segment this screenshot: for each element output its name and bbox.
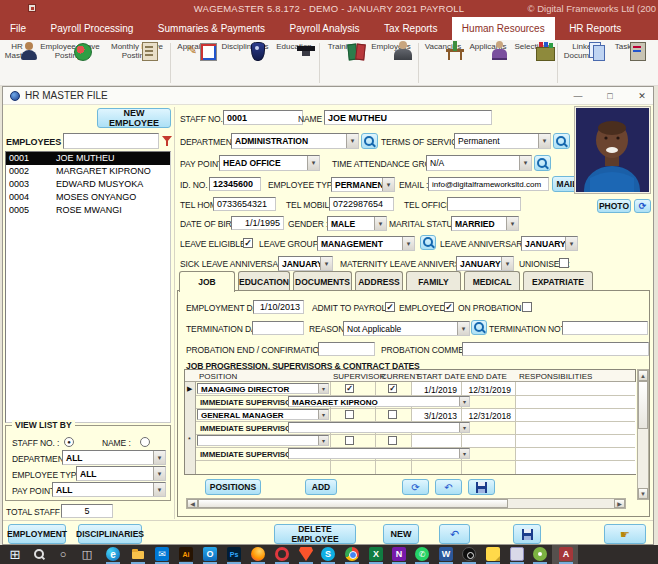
toolbar-hr-master-button[interactable]: HR Master	[0, 40, 34, 86]
mail-icon[interactable]: ✉	[155, 547, 169, 561]
department-select[interactable]: ADMINISTRATION	[231, 133, 359, 149]
save-button[interactable]	[513, 524, 541, 544]
probation-comments-field[interactable]	[462, 342, 649, 356]
dropdown-arrow-icon[interactable]	[318, 410, 328, 419]
view-by-name-radio[interactable]	[140, 437, 150, 447]
terms-search-button[interactable]	[553, 133, 570, 149]
toolbar-disciplinaries-button[interactable]: Disciplinaries	[219, 40, 271, 86]
terms-of-service-select[interactable]: Permanent	[454, 133, 551, 149]
dropdown-arrow-icon[interactable]	[459, 423, 469, 432]
date-of-birth-field[interactable]: 1/1/1995	[231, 216, 284, 230]
cortana-icon[interactable]: ○	[56, 547, 70, 561]
gender-select[interactable]: MALE	[327, 216, 387, 231]
positions-button[interactable]: POSITIONS	[205, 479, 261, 495]
access-icon[interactable]: A	[559, 547, 573, 561]
tab-documents[interactable]: DOCUMENTS	[293, 271, 352, 291]
dropdown-arrow-icon[interactable]	[318, 384, 328, 393]
menu-payroll-processing[interactable]: Payroll Processing	[41, 17, 144, 40]
dropdown-arrow-icon[interactable]	[307, 156, 319, 170]
start-icon[interactable]: ⊞	[8, 547, 22, 561]
dropdown-arrow-icon[interactable]	[565, 237, 577, 250]
dropdown-arrow-icon[interactable]	[320, 257, 332, 270]
employee-list-item[interactable]: 0003EDWARD MUSYOKA	[6, 178, 170, 191]
filter-department-select[interactable]: ALL	[62, 450, 166, 465]
position-select-row1[interactable]: MANAGING DIRECTOR	[197, 383, 329, 394]
dropdown-arrow-icon[interactable]	[519, 156, 531, 170]
edge-icon[interactable]: e	[106, 547, 120, 561]
menu-tax-reports[interactable]: Tax Reports	[374, 17, 447, 40]
position-select-row3[interactable]	[197, 435, 329, 446]
scroll-down-button[interactable]: ▼	[638, 488, 648, 499]
pay-point-select[interactable]: HEAD OFFICE	[219, 155, 320, 171]
toolbar-employees-button[interactable]: Employees	[366, 40, 416, 86]
word-icon[interactable]: W	[439, 547, 453, 561]
employee-list-item[interactable]: 0005ROSE MWANGI	[6, 204, 170, 217]
menu-summaries-payments[interactable]: Summaries & Payments	[148, 17, 275, 40]
tel-home-field[interactable]: 0733654321	[213, 197, 276, 211]
menu-hr-reports[interactable]: HR Reports	[559, 17, 631, 40]
delete-employee-button[interactable]: DELETE EMPLOYEE	[274, 524, 356, 544]
probation-end-field[interactable]	[318, 342, 375, 356]
leave-anniversary-select[interactable]: JANUARY	[521, 236, 578, 251]
tab-family[interactable]: FAMILY	[406, 271, 461, 291]
dropdown-arrow-icon[interactable]	[538, 134, 550, 148]
dropdown-arrow-icon[interactable]	[346, 134, 358, 148]
toolbar-appraisals-button[interactable]: Appraisals	[173, 40, 219, 86]
picasa-icon[interactable]	[533, 547, 547, 561]
skype-icon[interactable]: S	[321, 547, 335, 561]
dropdown-arrow-icon[interactable]	[501, 257, 513, 270]
whatsapp-icon[interactable]: ✆	[415, 547, 429, 561]
opera-icon[interactable]	[275, 547, 289, 561]
clear-filter-icon[interactable]	[161, 135, 173, 147]
current-checkbox-row1[interactable]: ✓	[388, 384, 397, 393]
grid-vertical-scrollbar[interactable]: ▲ ▼	[637, 369, 649, 500]
dropdown-arrow-icon[interactable]	[506, 217, 518, 230]
chrome-icon[interactable]	[345, 547, 359, 561]
time-group-search-button[interactable]	[534, 155, 551, 171]
reason-select[interactable]: Not Applicable	[343, 321, 470, 336]
employee-list-item[interactable]: 0002MARGARET KIPRONO	[6, 165, 170, 178]
supervisor-checkbox-row1[interactable]: ✓	[345, 384, 354, 393]
scroll-left-button[interactable]: ◀	[187, 499, 198, 508]
dropdown-arrow-icon[interactable]	[374, 217, 386, 230]
excel-icon[interactable]: X	[369, 547, 383, 561]
toolbar-education-button[interactable]: Education	[271, 40, 317, 86]
add-button[interactable]: ADD	[305, 479, 337, 495]
menu-human-resources[interactable]: Human Resources	[452, 17, 555, 40]
firefox-icon[interactable]	[251, 547, 265, 561]
leave-eligible-checkbox[interactable]: ✓	[243, 238, 253, 248]
employee-type-select[interactable]: PERMANENT	[331, 177, 395, 192]
photo-refresh-button[interactable]: ⟳	[634, 199, 651, 213]
menu-payroll-analysis[interactable]: Payroll Analysis	[280, 17, 370, 40]
disciplinaries-button[interactable]: DISCIPLINARIES	[78, 524, 142, 544]
tab-job[interactable]: JOB	[179, 271, 235, 292]
current-checkbox-row3[interactable]	[388, 436, 397, 445]
new-button[interactable]: NEW	[383, 524, 419, 544]
search-icon[interactable]	[32, 547, 46, 561]
tab-expatriate[interactable]: EXPATRIATE	[523, 271, 593, 291]
supervisor-checkbox-row3[interactable]	[345, 436, 354, 445]
email-field[interactable]: info@digitalframeworksltd.com	[428, 177, 549, 191]
toolbar-linked-documents-button[interactable]: Linked Documents	[560, 40, 608, 86]
new-employee-button[interactable]: NEW EMPLOYEE	[97, 108, 171, 128]
toolbar-selections-button[interactable]: Selections	[511, 40, 555, 86]
leave-group-select[interactable]: MANAGEMENT	[317, 236, 415, 251]
position-select-row2[interactable]: GENERAL MANAGER	[197, 409, 329, 420]
close-button[interactable]: ✕	[627, 87, 657, 105]
dropdown-arrow-icon[interactable]	[402, 237, 414, 250]
sticky-notes-icon[interactable]	[486, 547, 500, 561]
maternity-leave-anniversary-select[interactable]: JANUARY	[456, 256, 514, 271]
immediate-supervisor-select-row2[interactable]	[288, 422, 470, 433]
admit-to-payroll-checkbox[interactable]: ✓	[385, 302, 395, 312]
current-checkbox-row2[interactable]	[388, 410, 397, 419]
tel-mobile-field[interactable]: 0722987654	[329, 197, 394, 211]
dropdown-arrow-icon[interactable]	[459, 449, 469, 458]
scroll-up-button[interactable]: ▲	[638, 370, 648, 381]
toolbar-tasks-button[interactable]: Tasks	[608, 40, 642, 86]
employee-filter-input[interactable]	[63, 133, 159, 149]
on-probation-checkbox[interactable]	[522, 302, 532, 312]
maximize-button[interactable]: □	[595, 87, 625, 105]
employment-button[interactable]: EMPLOYMENT	[8, 524, 66, 544]
scrollbar-thumb[interactable]	[198, 499, 508, 508]
employee-list-item[interactable]: 0001JOE MUTHEU	[6, 152, 170, 165]
